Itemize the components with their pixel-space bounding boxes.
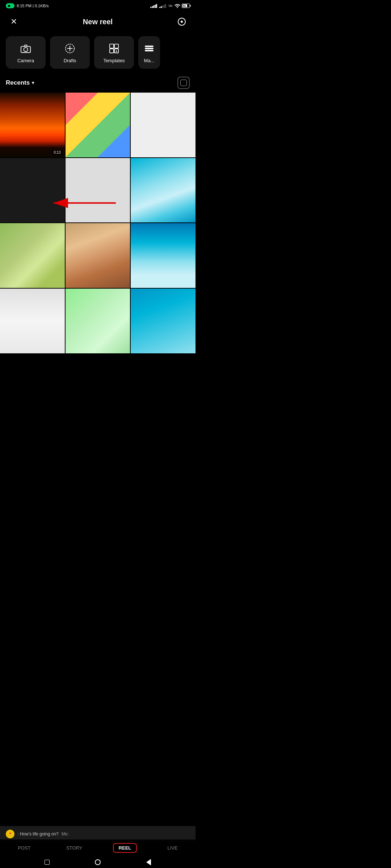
battery-indicator: 54: [182, 4, 190, 8]
media-item-gray[interactable]: [0, 289, 65, 353]
manage-icon: [143, 42, 156, 55]
recents-dropdown[interactable]: Recents ▾: [6, 79, 34, 86]
templates-label: Templates: [103, 58, 125, 63]
settings-icon: [177, 17, 186, 26]
recents-text: Recents: [6, 79, 30, 86]
status-left: 8:15 PM | 0.1KB/s: [6, 3, 49, 8]
svg-rect-18: [145, 50, 154, 51]
header: ✕ New reel: [0, 12, 196, 32]
svg-marker-1: [10, 5, 12, 7]
media-item-white2[interactable]: [66, 158, 130, 223]
media-item-multicolor[interactable]: [66, 93, 130, 157]
svg-rect-16: [145, 46, 154, 47]
camera-label: Camera: [17, 58, 34, 63]
media-item-food[interactable]: [66, 223, 130, 288]
svg-point-6: [24, 47, 28, 51]
recents-header: Recents ▾: [0, 73, 196, 93]
media-item-teal2[interactable]: [131, 289, 196, 353]
drafts-action[interactable]: Drafts: [50, 36, 90, 69]
svg-rect-12: [110, 48, 114, 52]
media-grid: 0:13: [0, 93, 196, 353]
multi-select-button[interactable]: [177, 77, 190, 89]
status-right: Vo 54: [150, 4, 190, 8]
svg-rect-17: [145, 48, 154, 49]
signal-1: [150, 4, 157, 8]
media-item-sunset[interactable]: 0:13: [0, 93, 65, 157]
camera-icon: [19, 42, 32, 55]
media-item-olive[interactable]: [0, 223, 65, 288]
manage-label: Ma...: [144, 58, 155, 63]
wifi-icon: [175, 4, 180, 8]
media-item-white1[interactable]: [131, 93, 196, 157]
templates-icon: [108, 42, 121, 55]
status-bar: 8:15 PM | 0.1KB/s Vo 54: [0, 0, 196, 12]
media-item-teal[interactable]: [131, 158, 196, 223]
svg-rect-2: [8, 5, 10, 7]
page-title: New reel: [83, 18, 113, 26]
quick-actions-bar: Camera Drafts Templates: [0, 32, 196, 73]
svg-rect-10: [110, 44, 114, 48]
recording-badge: [6, 3, 14, 8]
settings-button[interactable]: [175, 15, 188, 28]
close-icon: ✕: [10, 17, 17, 26]
media-item-greenlight[interactable]: [66, 289, 130, 353]
svg-rect-11: [114, 44, 118, 48]
duration-badge: 0:13: [52, 150, 62, 155]
svg-point-4: [181, 21, 183, 23]
manage-action[interactable]: Ma...: [138, 36, 160, 69]
templates-action[interactable]: Templates: [94, 36, 134, 69]
media-grid-container: 0:13: [0, 93, 196, 353]
vo-label: Vo: [168, 4, 172, 8]
signal-2: [159, 4, 166, 8]
drafts-icon: [63, 42, 76, 55]
media-item-ocean[interactable]: [131, 223, 196, 288]
camera-action[interactable]: Camera: [6, 36, 46, 69]
close-button[interactable]: ✕: [7, 15, 20, 28]
select-inner-icon: [180, 80, 187, 86]
media-item-dark[interactable]: [0, 158, 65, 223]
drafts-label: Drafts: [64, 58, 76, 63]
status-time: 8:15 PM | 0.1KB/s: [17, 4, 49, 8]
chevron-down-icon: ▾: [32, 80, 34, 85]
